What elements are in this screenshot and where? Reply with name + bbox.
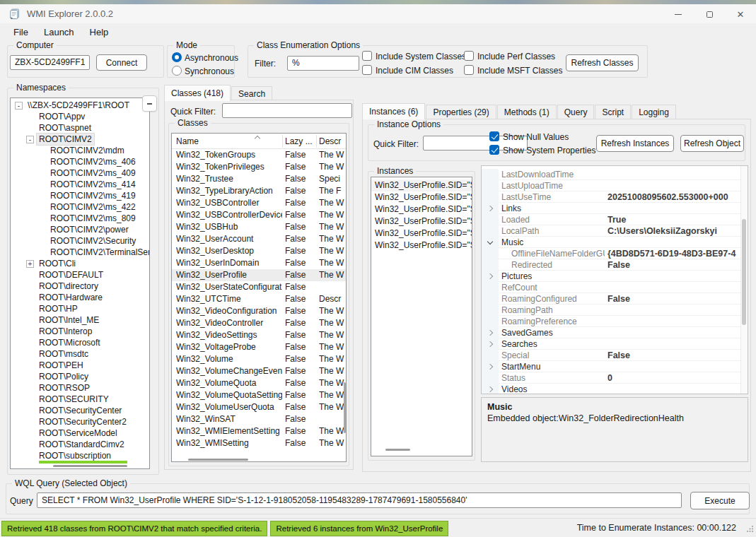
tree-node[interactable]: ROOT\SECURITY xyxy=(11,394,149,405)
tree-node[interactable]: ROOT\HP xyxy=(11,303,149,314)
class-row[interactable]: Win32_VolumeFalseThe W xyxy=(172,353,346,365)
column-header-name[interactable]: Name xyxy=(176,134,254,149)
tab-search[interactable]: Search xyxy=(231,86,272,101)
chevron-right-icon[interactable] xyxy=(487,341,493,347)
class-row[interactable]: Win32_USBControllerDeviceFalseThe W xyxy=(172,209,346,221)
property-row[interactable]: LoadedTrue xyxy=(482,214,748,225)
classes-quick-filter-input[interactable] xyxy=(222,103,352,118)
tree-node[interactable]: ROOT\Microsoft xyxy=(11,337,149,348)
tree-node[interactable]: ROOT\SecurityCenter xyxy=(11,405,149,416)
class-row[interactable]: Win32_TokenGroupsFalseThe W xyxy=(172,149,346,161)
tree-node[interactable]: ROOT\Intel_ME xyxy=(11,314,149,326)
class-row[interactable]: Win32_UTCTimeFalseDescr xyxy=(172,293,346,305)
classes-vscrollbar-thumb[interactable] xyxy=(344,382,346,433)
expander-cell[interactable] xyxy=(482,384,499,394)
tree-node[interactable]: ROOT\aspnet xyxy=(11,122,149,134)
expander-cell[interactable] xyxy=(482,237,499,248)
tree-node[interactable]: ROOT\CIMV2\ms_414 xyxy=(11,179,149,190)
maximize-button[interactable] xyxy=(694,4,725,24)
refresh-object-button[interactable]: Refresh Object xyxy=(680,135,744,152)
property-row[interactable]: Searches xyxy=(482,338,748,350)
expander-cell[interactable] xyxy=(482,271,499,282)
property-row[interactable]: Music xyxy=(482,237,748,248)
class-row[interactable]: Win32_VideoControllerFalseThe W xyxy=(172,317,346,329)
class-row[interactable]: Win32_VideoConfigurationFalseThe W xyxy=(172,305,346,317)
tree-node[interactable]: ROOT\directory xyxy=(11,281,149,292)
property-row[interactable]: RoamingConfiguredFalse xyxy=(482,293,748,305)
tree-node[interactable]: ROOT\PEH xyxy=(11,360,149,371)
property-row[interactable]: LastUploadTime xyxy=(482,180,748,191)
tree-node[interactable]: -\\ZBX-5CD2499FF1\ROOT xyxy=(11,100,149,111)
grid-vscrollbar-thumb[interactable] xyxy=(742,219,746,325)
property-row[interactable]: Pictures xyxy=(482,271,748,282)
classes-hscrollbar-thumb[interactable] xyxy=(188,459,248,461)
checkbox-include-cim-classes[interactable] xyxy=(362,65,372,75)
class-row[interactable]: Win32_VoltageProbeFalseThe W xyxy=(172,341,346,353)
class-row[interactable]: Win32_WMIElementSettingFalseThe W xyxy=(172,425,346,437)
class-row[interactable]: Win32_TokenPrivilegesFalseThe W xyxy=(172,161,346,173)
tree-hscrollbar-thumb[interactable] xyxy=(53,465,127,467)
property-row[interactable]: LastUseTime20251008095602.553000+000 xyxy=(482,191,748,203)
class-row[interactable]: Win32_UserStateConfigurat...False xyxy=(172,281,346,293)
tree-node[interactable]: ROOT\CIMV2\power xyxy=(11,224,149,235)
tree-node[interactable]: ROOT\ServiceModel xyxy=(11,427,149,439)
execute-button[interactable]: Execute xyxy=(690,492,750,509)
tree-node[interactable]: ROOT\RSOP xyxy=(11,382,149,394)
tab-properties-29[interactable]: Properties (29) xyxy=(426,105,496,119)
property-row[interactable]: LocalPathC:\Users\OleksiiZagorskyi xyxy=(482,225,748,237)
tree-node[interactable]: ROOT\Policy xyxy=(11,371,149,382)
property-row[interactable]: Links xyxy=(482,203,748,214)
minimize-button[interactable] xyxy=(663,4,694,24)
instance-item[interactable]: Win32_UserProfile.SID="S- xyxy=(371,191,472,203)
instance-item[interactable]: Win32_UserProfile.SID="S- xyxy=(371,203,472,216)
property-row[interactable]: Videos xyxy=(482,384,748,394)
property-row[interactable]: SavedGames xyxy=(482,327,748,338)
tree-node[interactable]: ROOT\SecurityCenter2 xyxy=(11,416,149,427)
wql-query-input[interactable]: SELECT * FROM Win32_UserProfile WHERE SI… xyxy=(37,492,682,508)
radio-asynchronous[interactable] xyxy=(172,52,182,62)
expander-cell[interactable] xyxy=(482,203,499,214)
chevron-right-icon[interactable] xyxy=(487,206,493,211)
expand-icon[interactable]: + xyxy=(26,260,34,268)
property-row[interactable]: StartMenu xyxy=(482,361,748,372)
tree-node[interactable]: ROOT\CIMV2\ms_422 xyxy=(11,201,149,213)
instances-hscrollbar-thumb[interactable] xyxy=(385,449,410,451)
class-row[interactable]: Win32_VolumeChangeEventFalseThe W xyxy=(172,365,346,377)
column-header-lazy[interactable]: Lazy ... xyxy=(285,134,315,149)
radio-synchronous[interactable] xyxy=(172,66,182,76)
property-row[interactable]: OfflineFileNameFolderGUI{4BD8D571-6D19-4… xyxy=(482,248,748,259)
tree-node[interactable]: ROOT\subscription xyxy=(11,450,149,461)
class-row[interactable]: Win32_WMISettingFalseThe W xyxy=(172,437,346,449)
class-row[interactable]: Win32_UserInDomainFalseThe W xyxy=(172,257,346,269)
instance-item[interactable]: Win32_UserProfile.SID="S- xyxy=(371,240,472,252)
property-row[interactable]: RedirectedFalse xyxy=(482,259,748,271)
tab-instances-6[interactable]: Instances (6) xyxy=(362,103,425,119)
refresh-instances-button[interactable]: Refresh Instances xyxy=(596,135,674,152)
tree-node[interactable]: ROOT\Interop xyxy=(11,326,149,337)
checkbox-include-perf-classes[interactable] xyxy=(464,51,474,61)
refresh-classes-button[interactable]: Refresh Classes xyxy=(566,54,639,71)
tab-methods-1[interactable]: Methods (1) xyxy=(497,105,557,119)
tree-node[interactable]: ROOT\CIMV2\ms_809 xyxy=(11,213,149,224)
tab-script[interactable]: Script xyxy=(595,105,631,119)
tree-node[interactable]: ROOT\Appv xyxy=(11,111,149,122)
class-row[interactable]: Win32_TypeLibraryActionFalseThe F xyxy=(172,185,346,197)
property-row[interactable]: Status0 xyxy=(482,372,748,384)
class-row[interactable]: Win32_VolumeQuotaSettingFalseThe W xyxy=(172,389,346,401)
tab-query[interactable]: Query xyxy=(557,105,595,119)
instance-item[interactable]: Win32_UserProfile.SID="S- xyxy=(371,216,472,228)
tree-node[interactable]: ROOT\CIMV2\ms_419 xyxy=(11,190,149,201)
tree-node[interactable]: ROOT\CIMV2\ms_406 xyxy=(11,156,149,167)
tree-node[interactable]: ROOT\CIMV2\mdm xyxy=(11,145,149,156)
class-row[interactable]: Win32_VolumeUserQuotaFalseThe W xyxy=(172,401,346,413)
chevron-right-icon[interactable] xyxy=(487,364,493,370)
tab-logging[interactable]: Logging xyxy=(632,105,676,119)
checkbox-show-null-values[interactable] xyxy=(489,131,499,141)
property-row[interactable]: RefCount xyxy=(482,282,748,293)
tree-scroll-button[interactable] xyxy=(142,95,157,112)
class-row[interactable]: Win32_VolumeQuotaFalseThe W xyxy=(172,377,346,389)
chevron-down-icon[interactable] xyxy=(487,238,493,244)
tree-node[interactable]: ROOT\StandardCimv2 xyxy=(11,439,149,450)
tree-node[interactable]: +ROOT\Cli xyxy=(11,258,149,269)
instance-item[interactable]: Win32_UserProfile.SID="S- xyxy=(371,228,472,240)
